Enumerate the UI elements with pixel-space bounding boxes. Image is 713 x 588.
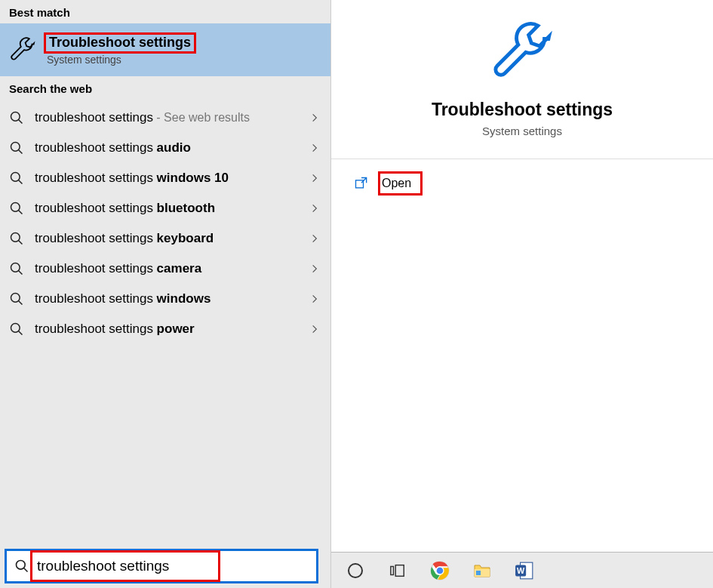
search-icon [9,171,24,186]
svg-point-16 [17,561,26,570]
search-icon [9,140,24,155]
svg-point-10 [11,263,20,272]
preview-hero: Troubleshoot settings System settings [432,0,613,137]
svg-point-12 [11,294,20,303]
svg-point-4 [11,173,20,182]
best-match-result[interactable]: Troubleshoot settings System settings [0,23,330,76]
web-results-list: troubleshoot settings - See web resultst… [0,100,330,347]
svg-point-19 [349,564,362,577]
chevron-right-icon [309,112,320,123]
web-result-label: troubleshoot settings bluetooth [35,201,299,216]
results-panel: Best match Troubleshoot settings System … [0,0,331,588]
chevron-right-icon [309,263,320,274]
web-result-item[interactable]: troubleshoot settings windows [0,284,330,314]
search-icon [9,261,24,276]
open-icon [354,176,369,191]
preview-panel: Troubleshoot settings System settings Op… [331,0,713,588]
web-result-label: troubleshoot settings camera [35,261,299,276]
search-icon [14,559,29,574]
web-result-label: troubleshoot settings windows [35,291,299,306]
preview-subtitle: System settings [482,120,562,137]
svg-point-24 [437,567,444,574]
search-input[interactable] [37,558,309,574]
search-web-label: Search the web [0,76,330,100]
search-icon [9,322,24,337]
word-icon[interactable]: W [514,560,535,581]
file-explorer-icon[interactable] [472,560,493,581]
chevron-right-icon [309,143,320,153]
svg-text:W: W [517,566,525,575]
task-view-icon[interactable] [387,560,408,581]
svg-point-0 [11,112,20,122]
best-match-label: Best match [0,0,330,23]
svg-point-6 [11,203,20,212]
preview-title: Troubleshoot settings [432,85,613,120]
svg-line-3 [19,150,23,154]
chevron-right-icon [309,324,320,334]
svg-rect-20 [391,566,394,574]
web-result-label: troubleshoot settings power [35,322,299,337]
svg-line-15 [19,331,23,335]
search-icon [9,231,24,246]
svg-rect-21 [395,565,404,576]
chevron-right-icon [309,233,320,244]
web-result-label: troubleshoot settings windows 10 [35,171,299,186]
chevron-right-icon [309,173,320,183]
chevron-right-icon [309,203,320,214]
web-result-item[interactable]: troubleshoot settings windows 10 [0,163,330,193]
svg-point-14 [11,324,20,333]
search-box[interactable] [5,549,318,583]
svg-line-7 [19,211,23,214]
web-result-item[interactable]: troubleshoot settings - See web results [0,103,330,133]
svg-point-8 [11,233,20,242]
svg-point-2 [11,143,20,152]
svg-line-9 [19,241,23,245]
svg-rect-26 [476,571,481,575]
wrench-icon [490,20,555,85]
svg-line-17 [24,568,28,572]
web-result-item[interactable]: troubleshoot settings camera [0,254,330,284]
svg-line-1 [19,120,23,124]
best-match-title: Troubleshoot settings [47,35,196,51]
search-icon [9,201,24,216]
web-result-label: troubleshoot settings keyboard [35,231,299,246]
svg-line-13 [19,301,23,305]
best-match-subtitle: System settings [47,51,196,66]
best-match-text: Troubleshoot settings System settings [47,35,196,66]
web-result-label: troubleshoot settings audio [35,140,299,155]
svg-line-11 [19,271,23,275]
taskbar: W [331,552,713,588]
search-icon [9,291,24,306]
chrome-icon[interactable] [429,560,450,581]
open-action[interactable]: Open [331,159,423,195]
web-result-item[interactable]: troubleshoot settings power [0,314,330,344]
web-result-item[interactable]: troubleshoot settings keyboard [0,223,330,254]
start-search-window: Best match Troubleshoot settings System … [0,0,713,588]
svg-line-5 [19,180,23,184]
open-label: Open [378,171,423,195]
cortana-icon[interactable] [345,560,366,581]
web-result-label: troubleshoot settings - See web results [35,110,299,125]
search-icon [9,110,24,125]
wrench-icon [9,36,36,63]
web-result-item[interactable]: troubleshoot settings bluetooth [0,193,330,223]
chevron-right-icon [309,294,320,304]
web-result-item[interactable]: troubleshoot settings audio [0,133,330,163]
